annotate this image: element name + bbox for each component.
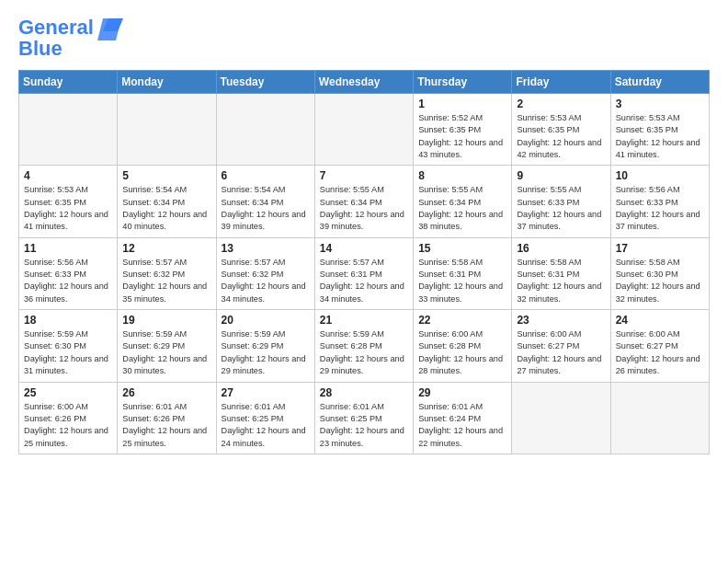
day-number: 27	[222, 386, 311, 399]
day-cell: 7Sunrise: 5:55 AMSunset: 6:34 PMDaylight…	[314, 166, 413, 237]
day-number: 15	[418, 242, 507, 255]
day-cell: 15Sunrise: 5:58 AMSunset: 6:31 PMDayligh…	[414, 237, 512, 309]
day-cell: 14Sunrise: 5:57 AMSunset: 6:31 PMDayligh…	[314, 237, 413, 309]
week-row-2: 4Sunrise: 5:53 AMSunset: 6:35 PMDaylight…	[19, 166, 710, 237]
day-header-wednesday: Wednesday	[314, 71, 413, 94]
day-number: 11	[24, 242, 113, 255]
day-header-friday: Friday	[512, 71, 610, 94]
day-cell: 28Sunrise: 6:01 AMSunset: 6:25 PMDayligh…	[314, 382, 413, 454]
day-number: 14	[320, 242, 409, 255]
day-cell: 13Sunrise: 5:57 AMSunset: 6:32 PMDayligh…	[216, 237, 314, 309]
day-cell: 29Sunrise: 6:01 AMSunset: 6:24 PMDayligh…	[414, 382, 512, 454]
day-info: Sunrise: 5:59 AMSunset: 6:30 PMDaylight:…	[24, 328, 113, 377]
day-number: 7	[320, 169, 409, 182]
day-info: Sunrise: 5:53 AMSunset: 6:35 PMDaylight:…	[24, 184, 113, 233]
day-cell: 11Sunrise: 5:56 AMSunset: 6:33 PMDayligh…	[19, 237, 118, 309]
day-cell: 1Sunrise: 5:52 AMSunset: 6:35 PMDaylight…	[414, 94, 512, 166]
day-cell: 5Sunrise: 5:54 AMSunset: 6:34 PMDaylight…	[118, 166, 216, 237]
week-row-3: 11Sunrise: 5:56 AMSunset: 6:33 PMDayligh…	[19, 237, 710, 309]
day-number: 1	[418, 98, 507, 110]
day-number: 16	[517, 242, 606, 255]
day-number: 19	[122, 314, 211, 327]
day-number: 25	[24, 386, 113, 399]
day-cell	[314, 94, 413, 166]
logo-text: General	[18, 17, 94, 39]
day-info: Sunrise: 5:53 AMSunset: 6:35 PMDaylight:…	[517, 112, 606, 161]
day-number: 24	[616, 314, 705, 327]
day-info: Sunrise: 5:58 AMSunset: 6:30 PMDaylight:…	[616, 257, 705, 305]
day-cell: 8Sunrise: 5:55 AMSunset: 6:34 PMDaylight…	[414, 166, 512, 237]
day-info: Sunrise: 6:01 AMSunset: 6:25 PMDaylight:…	[320, 401, 409, 450]
day-info: Sunrise: 5:55 AMSunset: 6:33 PMDaylight:…	[517, 184, 606, 233]
day-number: 18	[24, 314, 113, 327]
day-cell: 18Sunrise: 5:59 AMSunset: 6:30 PMDayligh…	[19, 310, 118, 382]
day-number: 6	[222, 169, 311, 182]
day-info: Sunrise: 6:00 AMSunset: 6:26 PMDaylight:…	[24, 401, 113, 450]
day-info: Sunrise: 5:59 AMSunset: 6:29 PMDaylight:…	[122, 328, 211, 377]
day-number: 12	[122, 242, 211, 255]
day-cell	[512, 382, 610, 454]
day-info: Sunrise: 5:53 AMSunset: 6:35 PMDaylight:…	[616, 112, 705, 161]
day-info: Sunrise: 6:01 AMSunset: 6:25 PMDaylight:…	[222, 401, 311, 450]
day-cell	[118, 94, 216, 166]
day-number: 28	[320, 386, 409, 399]
header: General Blue	[18, 15, 710, 61]
day-cell: 27Sunrise: 6:01 AMSunset: 6:25 PMDayligh…	[216, 382, 314, 454]
day-header-monday: Monday	[118, 71, 216, 94]
day-number: 4	[24, 169, 113, 182]
day-cell: 25Sunrise: 6:00 AMSunset: 6:26 PMDayligh…	[19, 382, 118, 454]
week-row-4: 18Sunrise: 5:59 AMSunset: 6:30 PMDayligh…	[19, 310, 710, 382]
week-row-5: 25Sunrise: 6:00 AMSunset: 6:26 PMDayligh…	[19, 382, 710, 454]
day-cell: 23Sunrise: 6:00 AMSunset: 6:27 PMDayligh…	[512, 310, 610, 382]
day-header-sunday: Sunday	[19, 71, 118, 94]
calendar-page: General Blue SundayMondayTuesdayWednesda…	[0, 0, 728, 464]
day-cell: 26Sunrise: 6:01 AMSunset: 6:26 PMDayligh…	[118, 382, 216, 454]
day-cell: 9Sunrise: 5:55 AMSunset: 6:33 PMDaylight…	[512, 166, 610, 237]
day-info: Sunrise: 5:57 AMSunset: 6:32 PMDaylight:…	[222, 257, 311, 305]
day-info: Sunrise: 5:56 AMSunset: 6:33 PMDaylight:…	[616, 184, 705, 233]
day-cell	[19, 94, 118, 166]
day-number: 26	[122, 386, 211, 399]
day-header-tuesday: Tuesday	[216, 71, 314, 94]
day-info: Sunrise: 5:52 AMSunset: 6:35 PMDaylight:…	[418, 112, 507, 161]
day-number: 22	[418, 314, 507, 327]
day-info: Sunrise: 5:58 AMSunset: 6:31 PMDaylight:…	[418, 257, 507, 305]
day-number: 21	[320, 314, 409, 327]
calendar-table: SundayMondayTuesdayWednesdayThursdayFrid…	[18, 70, 710, 454]
day-number: 2	[517, 98, 606, 110]
day-info: Sunrise: 5:54 AMSunset: 6:34 PMDaylight:…	[122, 184, 211, 233]
day-cell: 19Sunrise: 5:59 AMSunset: 6:29 PMDayligh…	[118, 310, 216, 382]
day-cell: 4Sunrise: 5:53 AMSunset: 6:35 PMDaylight…	[19, 166, 118, 237]
day-cell: 10Sunrise: 5:56 AMSunset: 6:33 PMDayligh…	[610, 166, 709, 237]
day-info: Sunrise: 5:59 AMSunset: 6:29 PMDaylight:…	[222, 328, 311, 377]
day-cell: 2Sunrise: 5:53 AMSunset: 6:35 PMDaylight…	[512, 94, 610, 166]
day-info: Sunrise: 5:56 AMSunset: 6:33 PMDaylight:…	[24, 257, 113, 305]
day-info: Sunrise: 5:58 AMSunset: 6:31 PMDaylight:…	[517, 257, 606, 305]
day-cell	[216, 94, 314, 166]
day-info: Sunrise: 5:55 AMSunset: 6:34 PMDaylight:…	[418, 184, 507, 233]
day-cell: 21Sunrise: 5:59 AMSunset: 6:28 PMDayligh…	[314, 310, 413, 382]
day-number: 10	[616, 169, 705, 182]
day-info: Sunrise: 6:00 AMSunset: 6:27 PMDaylight:…	[517, 328, 606, 377]
day-info: Sunrise: 6:00 AMSunset: 6:28 PMDaylight:…	[418, 328, 507, 377]
day-header-saturday: Saturday	[610, 71, 709, 94]
day-info: Sunrise: 6:01 AMSunset: 6:26 PMDaylight:…	[122, 401, 211, 450]
day-number: 8	[418, 169, 507, 182]
day-cell	[610, 382, 709, 454]
day-number: 17	[616, 242, 705, 255]
day-info: Sunrise: 5:54 AMSunset: 6:34 PMDaylight:…	[222, 184, 311, 233]
day-cell: 3Sunrise: 5:53 AMSunset: 6:35 PMDaylight…	[610, 94, 709, 166]
day-number: 3	[616, 98, 705, 110]
day-number: 5	[122, 169, 211, 182]
day-cell: 20Sunrise: 5:59 AMSunset: 6:29 PMDayligh…	[216, 310, 314, 382]
week-row-1: 1Sunrise: 5:52 AMSunset: 6:35 PMDaylight…	[19, 94, 710, 166]
day-cell: 12Sunrise: 5:57 AMSunset: 6:32 PMDayligh…	[118, 237, 216, 309]
day-cell: 6Sunrise: 5:54 AMSunset: 6:34 PMDaylight…	[216, 166, 314, 237]
day-number: 20	[222, 314, 311, 327]
day-info: Sunrise: 5:59 AMSunset: 6:28 PMDaylight:…	[320, 328, 409, 377]
day-header-thursday: Thursday	[414, 71, 512, 94]
logo-icon	[96, 15, 123, 40]
day-info: Sunrise: 6:01 AMSunset: 6:24 PMDaylight:…	[418, 401, 507, 450]
day-number: 13	[222, 242, 311, 255]
day-number: 23	[517, 314, 606, 327]
